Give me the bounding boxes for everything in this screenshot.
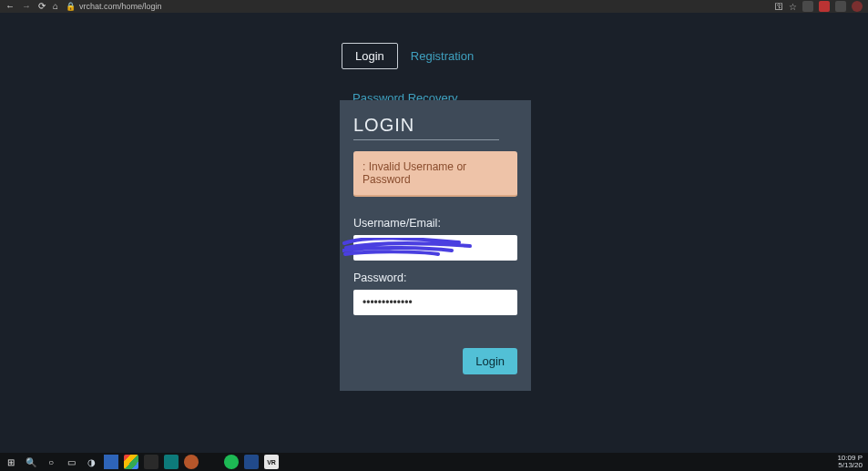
username-label: Username/Email: xyxy=(353,217,517,230)
app-icon[interactable] xyxy=(184,455,199,469)
username-input[interactable] xyxy=(353,235,517,261)
app-icon[interactable] xyxy=(144,455,158,469)
password-input[interactable] xyxy=(353,290,517,315)
login-panel: LOGIN : Invalid Username or Password Use… xyxy=(340,100,531,391)
bookmark-star-icon[interactable]: ☆ xyxy=(789,2,797,12)
chrome-icon[interactable] xyxy=(124,455,138,469)
search-icon[interactable]: 🔍 xyxy=(24,455,38,469)
browser-chrome: ← → ⟳ ⌂ 🔒 vrchat.com/home/login ⚿ ☆ xyxy=(0,0,868,13)
password-label: Password: xyxy=(353,271,517,284)
taskbar: ⊞ 🔍 ○ ▭ ◑ VR 10:09 P 5/13/20 xyxy=(0,453,868,471)
key-icon[interactable]: ⚿ xyxy=(775,2,783,11)
profile-avatar-icon[interactable] xyxy=(852,1,863,12)
panel-title: LOGIN xyxy=(353,115,517,136)
tab-login[interactable]: Login xyxy=(342,43,398,69)
address-bar[interactable]: 🔒 vrchat.com/home/login xyxy=(66,2,162,11)
title-divider xyxy=(353,139,499,140)
spotify-icon[interactable] xyxy=(224,455,239,469)
chrome-actions: ⚿ ☆ xyxy=(775,1,863,12)
extensions-puzzle-icon[interactable] xyxy=(835,1,846,12)
username-field-wrap xyxy=(353,235,517,271)
home-icon[interactable]: ⌂ xyxy=(53,2,58,11)
reload-icon[interactable]: ⟳ xyxy=(38,2,46,11)
error-message: : Invalid Username or Password xyxy=(353,151,517,197)
tab-registration[interactable]: Registration xyxy=(411,49,474,63)
extension-icon[interactable] xyxy=(819,1,830,12)
page-viewport: Login Registration Password Recovery LOG… xyxy=(0,13,868,453)
clock-date: 5/13/20 xyxy=(837,462,863,469)
login-button[interactable]: Login xyxy=(463,348,517,374)
task-view-icon[interactable]: ▭ xyxy=(64,455,78,469)
app-icon[interactable] xyxy=(104,455,118,469)
system-clock[interactable]: 10:09 P 5/13/20 xyxy=(837,455,864,469)
start-icon[interactable]: ⊞ xyxy=(4,455,18,469)
forward-arrow-icon[interactable]: → xyxy=(22,2,31,11)
cortana-icon[interactable]: ○ xyxy=(44,455,58,469)
app-icon[interactable] xyxy=(164,455,179,469)
lock-icon: 🔒 xyxy=(66,2,76,11)
vr-icon[interactable]: VR xyxy=(264,455,279,469)
app-icon[interactable] xyxy=(244,455,259,469)
nav-controls: ← → ⟳ ⌂ xyxy=(5,2,58,11)
auth-container: Login Registration Password Recovery LOG… xyxy=(342,43,578,116)
extension-icon[interactable] xyxy=(802,1,813,12)
back-arrow-icon[interactable]: ← xyxy=(5,2,15,11)
steam-icon[interactable]: ◑ xyxy=(84,455,98,469)
url-text: vrchat.com/home/login xyxy=(79,2,162,11)
